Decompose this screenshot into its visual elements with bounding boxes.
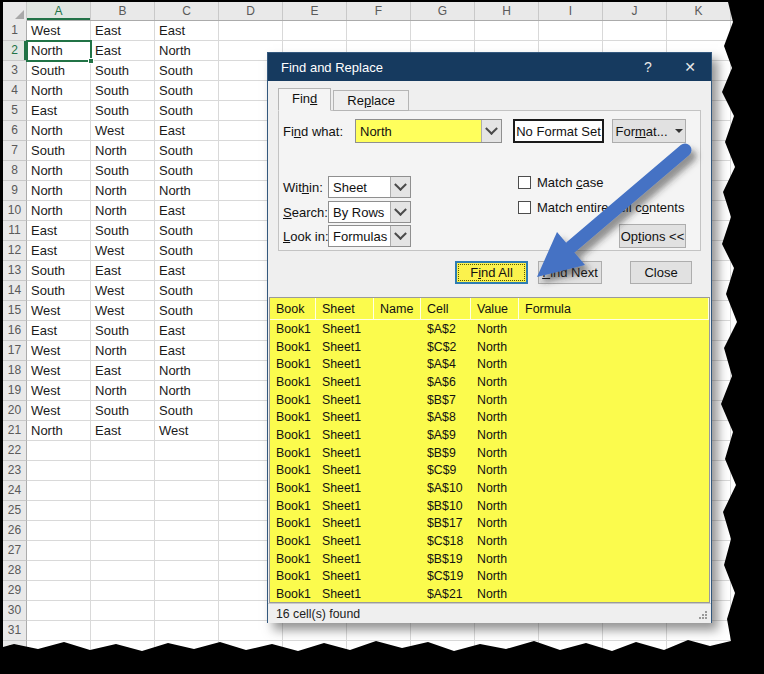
cell-B6[interactable]: West — [91, 121, 155, 141]
cell-C30[interactable] — [155, 601, 219, 621]
row-header-19[interactable]: 19 — [3, 381, 27, 401]
result-row[interactable]: Book1Sheet1$A$2North — [270, 320, 709, 338]
result-row[interactable]: Book1Sheet1$A$9North — [270, 426, 709, 444]
cell-C27[interactable] — [155, 541, 219, 561]
cell-A27[interactable] — [27, 541, 91, 561]
cell-E31[interactable] — [283, 621, 347, 641]
row-header-20[interactable]: 20 — [3, 401, 27, 421]
cell-G31[interactable] — [411, 621, 475, 641]
cell-B14[interactable]: West — [91, 281, 155, 301]
cell-B31[interactable] — [91, 621, 155, 641]
cell-A20[interactable]: West — [27, 401, 91, 421]
result-row[interactable]: Book1Sheet1$B$9North — [270, 444, 709, 462]
cell-C5[interactable]: South — [155, 101, 219, 121]
search-dropdown-icon[interactable] — [390, 202, 410, 222]
column-header-J[interactable]: J — [603, 2, 667, 20]
resize-grip-icon[interactable] — [705, 617, 707, 619]
cell-A25[interactable] — [27, 501, 91, 521]
result-row[interactable]: Book1Sheet1$B$19North — [270, 550, 709, 568]
help-button[interactable]: ? — [627, 59, 669, 75]
column-header-G[interactable]: G — [411, 2, 475, 20]
cell-C26[interactable] — [155, 521, 219, 541]
result-row[interactable]: Book1Sheet1$C$9North — [270, 462, 709, 480]
cell-F31[interactable] — [347, 621, 411, 641]
cell-C16[interactable]: East — [155, 321, 219, 341]
cell-C3[interactable]: South — [155, 61, 219, 81]
cell-D31[interactable] — [219, 621, 283, 641]
cell-C25[interactable] — [155, 501, 219, 521]
cell-I1[interactable] — [539, 21, 603, 41]
result-row[interactable]: Book1Sheet1$C$19North — [270, 568, 709, 586]
cell-B27[interactable] — [91, 541, 155, 561]
results-header-cell[interactable]: Cell — [421, 298, 471, 319]
row-header-31[interactable]: 31 — [3, 621, 27, 641]
cell-A9[interactable]: North — [27, 181, 91, 201]
cell-C28[interactable] — [155, 561, 219, 581]
results-header-value[interactable]: Value — [471, 298, 519, 319]
row-header-5[interactable]: 5 — [3, 101, 27, 121]
cell-A22[interactable] — [27, 441, 91, 461]
cell-A30[interactable] — [27, 601, 91, 621]
cell-G1[interactable] — [411, 21, 475, 41]
result-row[interactable]: Book1Sheet1$A$6North — [270, 373, 709, 391]
cell-C18[interactable]: North — [155, 361, 219, 381]
cell-B29[interactable] — [91, 581, 155, 601]
result-row[interactable]: Book1Sheet1$B$10North — [270, 497, 709, 515]
column-header-H[interactable]: H — [475, 2, 539, 20]
cell-B23[interactable] — [91, 461, 155, 481]
cell-I31[interactable] — [539, 621, 603, 641]
look-in-dropdown[interactable]: Formulas — [328, 225, 411, 247]
select-all-corner[interactable] — [3, 2, 27, 21]
cell-A4[interactable]: North — [27, 81, 91, 101]
cell-B8[interactable]: South — [91, 161, 155, 181]
cell-A17[interactable]: West — [27, 341, 91, 361]
match-entire-checkbox[interactable] — [518, 201, 531, 214]
close-window-button[interactable]: ✕ — [669, 59, 711, 75]
cell-B30[interactable] — [91, 601, 155, 621]
cell-B1[interactable]: East — [91, 21, 155, 41]
column-header-A[interactable]: A — [27, 2, 91, 20]
cell-C29[interactable] — [155, 581, 219, 601]
cell-B2[interactable]: East — [91, 41, 155, 61]
cell-C6[interactable]: East — [155, 121, 219, 141]
find-all-button[interactable]: Find All — [455, 261, 528, 284]
cell-C22[interactable] — [155, 441, 219, 461]
cell-C14[interactable]: South — [155, 281, 219, 301]
result-row[interactable]: Book1Sheet1$A$21North — [270, 585, 709, 603]
cell-A18[interactable]: West — [27, 361, 91, 381]
cell-D1[interactable] — [219, 21, 283, 41]
cell-B17[interactable]: North — [91, 341, 155, 361]
row-header-28[interactable]: 28 — [3, 561, 27, 581]
results-header-formula[interactable]: Formula — [519, 298, 709, 319]
cell-J32[interactable] — [603, 641, 667, 652]
cell-B10[interactable]: North — [91, 201, 155, 221]
result-row[interactable]: Book1Sheet1$A$4North — [270, 355, 709, 373]
cell-B18[interactable]: East — [91, 361, 155, 381]
cell-B28[interactable] — [91, 561, 155, 581]
find-what-value[interactable]: North — [356, 120, 481, 142]
within-dropdown[interactable]: Sheet — [328, 176, 411, 198]
column-header-B[interactable]: B — [91, 2, 155, 20]
row-header-29[interactable]: 29 — [3, 581, 27, 601]
cell-J31[interactable] — [603, 621, 667, 641]
results-header-sheet[interactable]: Sheet — [316, 298, 374, 319]
cell-B16[interactable]: South — [91, 321, 155, 341]
cell-C7[interactable]: South — [155, 141, 219, 161]
row-header-14[interactable]: 14 — [3, 281, 27, 301]
options-button[interactable]: Options << — [619, 224, 686, 248]
row-header-21[interactable]: 21 — [3, 421, 27, 441]
result-row[interactable]: Book1Sheet1$A$8North — [270, 408, 709, 426]
result-row[interactable]: Book1Sheet1$C$18North — [270, 532, 709, 550]
cell-C8[interactable]: South — [155, 161, 219, 181]
cell-B20[interactable]: South — [91, 401, 155, 421]
cell-A2[interactable]: North — [27, 41, 91, 61]
cell-H31[interactable] — [475, 621, 539, 641]
format-button[interactable]: Format... — [612, 119, 686, 143]
cell-B25[interactable] — [91, 501, 155, 521]
cell-A14[interactable]: South — [27, 281, 91, 301]
cell-A15[interactable]: West — [27, 301, 91, 321]
row-header-30[interactable]: 30 — [3, 601, 27, 621]
result-row[interactable]: Book1Sheet1$B$17North — [270, 515, 709, 533]
cell-C19[interactable]: North — [155, 381, 219, 401]
cell-A28[interactable] — [27, 561, 91, 581]
